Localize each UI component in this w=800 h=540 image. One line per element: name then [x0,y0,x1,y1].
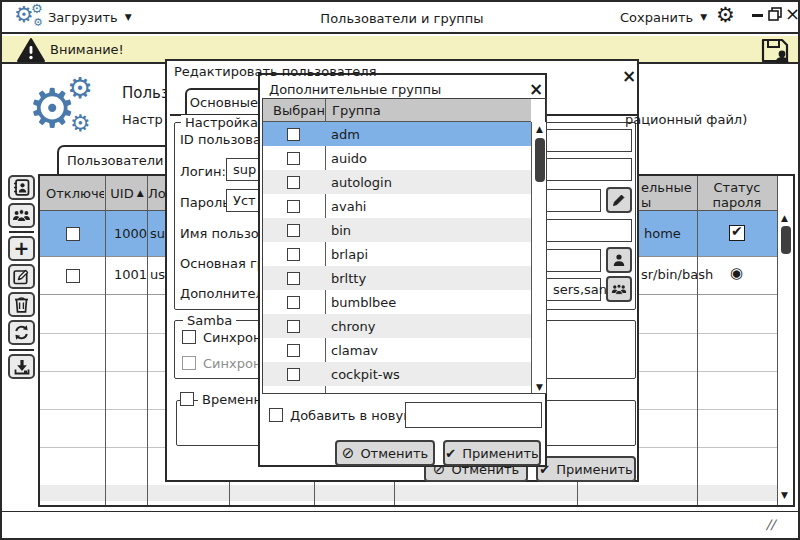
pick-primary-group-button[interactable] [606,247,632,273]
minimize-button[interactable] [752,14,763,17]
group-checkbox[interactable] [287,296,300,309]
group-name: cockpit-ws [331,367,400,382]
scrollbar-thumb[interactable] [781,226,791,254]
groups-cancel-button[interactable]: ⊘ Отменить [335,440,435,466]
group-checkbox[interactable] [287,368,300,381]
pencil-icon [612,193,626,207]
page-subtitle-left: Настр [122,112,163,127]
scroll-down-icon[interactable]: ▼ [781,491,788,500]
group-row[interactable]: brlapi [263,242,531,266]
add-new-group-checkbox[interactable] [269,408,283,422]
col-header-disabled[interactable]: Отключен [46,186,104,201]
edit-dialog-apply-button[interactable]: ✔ Применить [536,456,636,482]
password-status-checked-icon: ✔ [729,225,745,241]
table-scrollbar[interactable]: ▲ ▼ [777,176,793,505]
group-checkbox[interactable] [287,272,300,285]
group-row[interactable]: adm [263,122,531,146]
group-row[interactable]: cockpit-ws [263,362,531,386]
export-button[interactable] [8,354,35,379]
col-header-group[interactable]: Группа [332,103,381,118]
edit-dialog-title: Редактировать пользователя [174,64,376,79]
col-header-selected[interactable]: Выбран [273,103,325,118]
settings-gear-icon[interactable]: ⚙ [716,5,735,26]
scroll-down-icon[interactable]: ▼ [536,383,543,392]
col-header-password-status[interactable]: Статус пароля [697,180,777,210]
users-view-button[interactable] [8,175,35,200]
groups-view-button[interactable] [8,203,35,228]
plus-icon: + [14,237,30,259]
group-checkbox[interactable] [287,224,300,237]
group-checkbox[interactable] [287,128,300,141]
add-new-group-input[interactable] [405,402,542,428]
users-gear-logo-sm-icon: ⚙ [70,112,91,135]
scrollbar-thumb[interactable] [535,138,545,182]
save-users-icon[interactable] [760,37,790,64]
group-checkbox[interactable] [287,176,300,189]
group-checkbox[interactable] [287,320,300,333]
scroll-up-icon[interactable]: ▲ [781,214,788,223]
samba-sync2-checkbox[interactable] [182,356,196,370]
users-gear-logo-med-icon: ⚙ [67,74,93,103]
delete-user-button[interactable] [8,292,35,317]
groups-dialog-close-button[interactable]: × [529,81,543,98]
group-name: brlapi [331,247,368,262]
edit-password-button[interactable] [606,187,632,213]
sort-asc-icon: ▲ [137,189,144,201]
group-row[interactable]: clamav [263,338,531,362]
group-name: adm [331,127,360,142]
statusbar: // [2,511,798,538]
toolbar-separator [9,349,34,351]
restore-window-icon [768,7,782,21]
group-row[interactable]: avahi [263,194,531,218]
edit-user-button[interactable] [8,264,35,289]
group-checkbox[interactable] [287,152,300,165]
group-name: avahi [331,199,366,214]
group-row[interactable]: bumblbee [263,290,531,314]
edit-pencil-square-icon [13,268,30,285]
groups-scrollbar[interactable]: ▲ ▼ [531,122,547,394]
page-heading: Польз [122,84,169,102]
groups-dialog-title: Дополнительные группы [269,82,441,97]
group-checkbox[interactable] [287,248,300,261]
person-icon [612,253,626,267]
groups-apply-button[interactable]: ✔ Применить [443,440,541,466]
maximize-button[interactable] [768,7,782,21]
col-header-login[interactable]: Ло [148,186,166,201]
row-login: su [150,226,165,241]
add-user-button[interactable]: + [8,236,35,261]
groups-list-frame: Выбран Группа ▲ ▼ admauidoautologinavahi… [262,98,547,394]
group-checkbox[interactable] [287,200,300,213]
tab-basic[interactable]: Основные [185,88,263,114]
samba-sync-checkbox[interactable] [182,330,196,344]
group-checkbox[interactable] [287,344,300,357]
group-row[interactable]: chrony [263,314,531,338]
group-row[interactable]: bin [263,218,531,242]
row-uid: 1000 [114,226,147,241]
toolbar-separator [9,231,34,233]
row-disabled-checkbox[interactable] [66,269,80,283]
row-login: us [150,267,165,282]
user-card-icon [13,179,30,196]
temporary-checkbox[interactable] [180,392,194,406]
group-name: clamav [331,343,378,358]
titlebar: ⚙ ⚙ ⚙ Загрузить ▼ Пользователи и группы … [2,2,798,34]
scroll-up-icon[interactable]: ▲ [536,125,543,134]
group-row[interactable]: autologin [263,170,531,194]
page-subtitle-right: рационный файл) [625,112,747,127]
row-extra-groups: sr/bin/bash [641,267,713,282]
group-row[interactable]: auido [263,146,531,170]
group-name: bin [331,223,351,238]
row-disabled-checkbox[interactable] [66,227,80,241]
refresh-button[interactable] [8,320,35,345]
save-menu[interactable]: Сохранить ▼ [620,10,707,25]
close-window-button[interactable]: × [785,5,800,23]
resize-grip-icon[interactable]: // [766,517,775,532]
pick-extra-groups-button[interactable] [606,276,632,302]
group-name: chrony [331,319,375,334]
group-row[interactable]: brltty [263,266,531,290]
row-extra-groups: home [644,226,681,241]
col-header-uid[interactable]: UID ▲ [106,186,148,201]
edit-dialog-close-button[interactable]: × [622,68,636,85]
group-name: brltty [331,271,366,286]
col-header-extra-groups[interactable]: ельные ы [641,180,692,210]
